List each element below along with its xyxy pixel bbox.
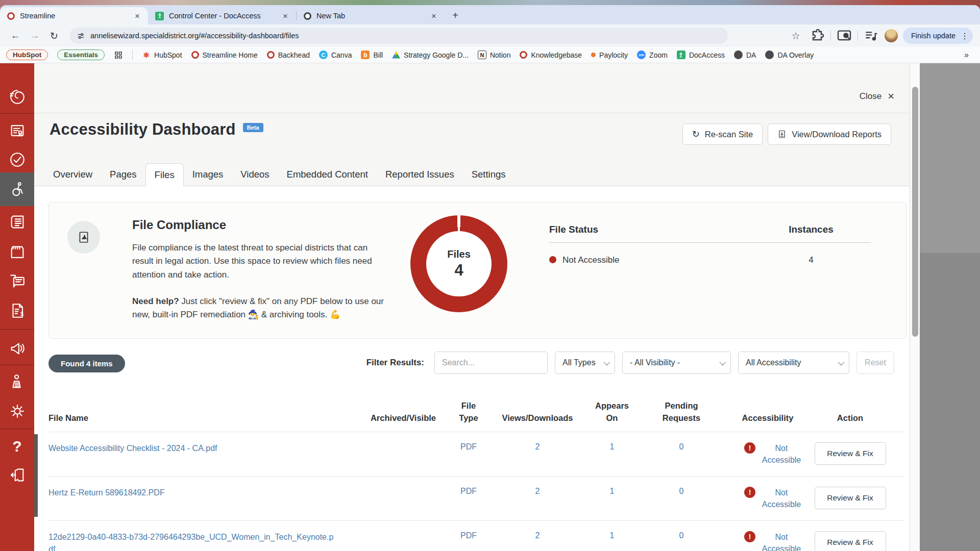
header-buttons: ↻ Re-scan Site View/Download Reports	[682, 123, 891, 145]
bookmark-paylocity[interactable]: Paylocity	[591, 51, 628, 59]
sidebar-item-invoices[interactable]: $	[0, 296, 34, 325]
close-x-icon[interactable]: ×	[888, 90, 894, 103]
sidebar-item-accessibility[interactable]	[0, 172, 34, 206]
address-bar[interactable]: annelisewizard.specialdistrict.org/#/acc…	[69, 28, 728, 44]
sidebar-item-approvals[interactable]	[0, 145, 34, 174]
sidebar-item-news[interactable]	[0, 208, 34, 236]
col-accessibility: Accessibility	[726, 412, 810, 432]
rescan-label: Re-scan Site	[705, 130, 753, 139]
not-accessible-link[interactable]: Not Accessible	[760, 442, 803, 466]
extensions-puzzle-icon[interactable]	[809, 28, 825, 44]
sidebar-item-agendas[interactable]	[0, 116, 34, 145]
accessibility-select[interactable]: All Accessibility	[738, 352, 849, 374]
review-fix-button[interactable]: Review & Fix	[815, 487, 886, 509]
donut-value: 4	[454, 261, 463, 280]
bookmark-streamline-home[interactable]: Streamline Home	[191, 51, 258, 59]
sidebar-item-settings[interactable]	[0, 397, 34, 425]
search-tabs-icon[interactable]	[836, 28, 852, 44]
chevron-down-icon	[720, 359, 726, 365]
tab-strip: Streamline × Control Center - DocAccess …	[0, 5, 980, 24]
profile-avatar[interactable]	[885, 29, 898, 42]
tab-embedded-content[interactable]: Embedded Content	[278, 163, 377, 187]
bookmark-notion[interactable]: NNotion	[478, 51, 510, 59]
close-button[interactable]: Close ×	[860, 90, 894, 103]
type-select[interactable]: All Types	[555, 352, 615, 374]
apps-grid-icon[interactable]	[114, 51, 123, 60]
bookmark-backhead[interactable]: Backhead	[267, 51, 310, 59]
tab-videos[interactable]: Videos	[232, 163, 278, 187]
file-status-table: File Status Instances Not Accessible 4	[549, 224, 871, 265]
tab-pages[interactable]: Pages	[101, 163, 145, 187]
bookmarks-overflow-chevron[interactable]: »	[964, 51, 974, 60]
visibility-select-value: - All Visibility -	[630, 358, 680, 367]
not-accessible-icon: !	[744, 531, 755, 542]
reset-button[interactable]: Reset	[856, 352, 894, 374]
view-download-reports-button[interactable]: View/Download Reports	[768, 123, 891, 145]
bookmark-docaccess[interactable]: DocAccess	[677, 51, 725, 59]
bookmark-canva[interactable]: CCanva	[319, 51, 352, 59]
tab-close-icon[interactable]: ×	[134, 12, 141, 20]
sidebar-item-directory[interactable]	[0, 367, 34, 396]
hubspot-favicon: ✱	[142, 51, 151, 59]
sidebar-divider	[0, 365, 34, 365]
status-label: Not Accessible	[549, 255, 783, 265]
tab-reported-issues[interactable]: Reported Issues	[377, 163, 463, 187]
status-row: Not Accessible 4	[549, 255, 871, 265]
back-icon[interactable]: ←	[7, 28, 23, 44]
file-link[interactable]: Hertz E-Return 589618492.PDF	[48, 488, 165, 497]
table-scroll-indicator[interactable]	[34, 434, 38, 517]
forward-icon[interactable]: →	[27, 28, 43, 44]
bookmark-strategy-google[interactable]: Strategy Google D...	[392, 51, 469, 59]
sidebar-item-announcements[interactable]	[0, 334, 34, 362]
bookmark-star-icon[interactable]: ☆	[788, 28, 804, 44]
bookmark-zoom[interactable]: zmZoom	[637, 51, 668, 59]
sidebar-item-logo[interactable]	[0, 83, 34, 111]
tab-control-center[interactable]: Control Center - DocAccess ×	[148, 7, 296, 24]
site-settings-icon[interactable]	[77, 32, 85, 40]
svg-text:$: $	[20, 311, 23, 317]
bookmark-hubspot[interactable]: ✱HubSpot	[142, 51, 182, 59]
bookmark-folder-hubspot[interactable]: HubSpot	[6, 49, 48, 60]
tab-close-icon[interactable]: ×	[282, 12, 289, 20]
reports-label: View/Download Reports	[792, 130, 881, 139]
sidebar-item-help[interactable]: ?	[0, 432, 34, 461]
search-input[interactable]	[434, 352, 548, 374]
file-link[interactable]: Website Accessibility Checklist - 2024 -…	[48, 444, 217, 453]
finish-update-button[interactable]: Finish update ⋮	[903, 28, 973, 44]
sidebar-item-logout[interactable]	[0, 461, 34, 489]
tab-close-icon[interactable]: ×	[430, 12, 437, 20]
scrollbar-thumb[interactable]	[912, 87, 918, 337]
docaccess-favicon	[677, 51, 685, 59]
card-title: File Compliance	[132, 218, 390, 232]
col-action: Action	[810, 412, 891, 432]
page-scrollbar[interactable]	[910, 63, 920, 551]
bookmark-bill[interactable]: bBill	[361, 51, 383, 59]
beta-badge: Beta	[243, 123, 263, 132]
bookmark-folder-essentials[interactable]: Essentials	[57, 49, 105, 60]
tab-settings[interactable]: Settings	[463, 163, 514, 187]
sidebar-item-documents[interactable]	[0, 238, 34, 267]
browser-menu-kebab-icon[interactable]: ⋮	[961, 31, 969, 41]
rescan-site-button[interactable]: ↻ Re-scan Site	[682, 123, 763, 145]
visibility-select[interactable]: - All Visibility -	[622, 352, 731, 374]
tab-overview[interactable]: Overview	[44, 163, 101, 187]
sidebar-item-messages[interactable]	[0, 267, 34, 295]
tab-files[interactable]: Files	[145, 163, 184, 187]
reload-icon[interactable]: ↻	[46, 28, 62, 44]
tab-new-tab[interactable]: New Tab ×	[297, 7, 445, 24]
tab-images[interactable]: Images	[184, 163, 232, 187]
review-fix-button[interactable]: Review & Fix	[815, 531, 886, 551]
not-accessible-link[interactable]: Not Accessible	[760, 531, 803, 551]
new-tab-button[interactable]: +	[448, 8, 463, 23]
backhead-favicon	[267, 51, 275, 59]
review-fix-button[interactable]: Review & Fix	[815, 442, 886, 465]
media-controls-icon[interactable]	[863, 28, 879, 44]
bookmark-knowledgebase[interactable]: Knowledgebase	[520, 51, 582, 59]
file-link[interactable]: 12de2129-0a40-4833-b73d-2796464293be_UCD…	[48, 533, 333, 551]
zoom-favicon: zm	[637, 51, 646, 59]
bookmark-da[interactable]: DA	[734, 51, 756, 59]
not-accessible-link[interactable]: Not Accessible	[760, 487, 803, 510]
accessibility-cell: !Not Accessible	[726, 432, 810, 466]
tab-streamline[interactable]: Streamline ×	[0, 7, 148, 24]
bookmark-da-overlay[interactable]: DA Overlay	[765, 51, 814, 59]
